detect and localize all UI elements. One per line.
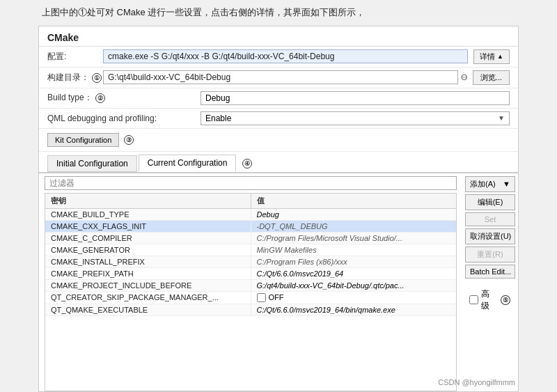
table-row[interactable]: CMAKE_PREFIX_PATH C:/Qt/6.6.0/msvc2019_6… bbox=[45, 268, 456, 280]
circle-5-icon: ⑤ bbox=[501, 295, 510, 305]
row-key-7: QT_CREATOR_SKIP_PACKAGE_MANAGER_... bbox=[45, 292, 251, 304]
edit-button[interactable]: 编辑(E) bbox=[465, 194, 515, 210]
filter-row bbox=[39, 173, 462, 193]
advanced-row: 高级 ⑤ bbox=[465, 285, 515, 315]
details-label: 详情 bbox=[480, 52, 495, 62]
advanced-label: 高级 bbox=[481, 288, 497, 312]
cmake-panel: CMake 配置: cmake.exe -S G:/qt4/xxx -B G:/… bbox=[38, 26, 519, 392]
reset-button[interactable]: 重置(R) bbox=[465, 246, 515, 262]
table-row[interactable]: CMAKE_CXX_FLAGS_INIT -DQT_QML_DEBUG bbox=[45, 221, 456, 233]
build-dir-input[interactable] bbox=[103, 70, 458, 84]
top-description: 上图中的①处可对 CMake 进行一些设置，点击右侧的详情，其界面如下图所示， bbox=[0, 0, 557, 26]
table-row[interactable]: CMAKE_INSTALL_PREFIX C:/Program Files (x… bbox=[45, 256, 456, 268]
row-val-0: Debug bbox=[251, 209, 457, 220]
row-val-8: C:/Qt/6.6.0/msvc2019_64/bin/qmake.exe bbox=[251, 304, 457, 315]
browse-button[interactable]: 浏览... bbox=[473, 70, 510, 85]
row-key-1: CMAKE_CXX_FLAGS_INIT bbox=[45, 221, 251, 232]
build-dir-row: 构建目录： ① Ꙫ 浏览... bbox=[39, 68, 518, 88]
row-key-6: CMAKE_PROJECT_INCLUDE_BEFORE bbox=[45, 280, 251, 291]
row-val-2: C:/Program Files/Microsoft Visual Studio… bbox=[251, 233, 457, 244]
panel-title: CMake bbox=[39, 26, 518, 47]
batch-edit-button[interactable]: Batch Edit... bbox=[465, 265, 515, 279]
unset-button[interactable]: 取消设置(U) bbox=[465, 228, 515, 244]
row-key-3: CMAKE_GENERATOR bbox=[45, 244, 251, 256]
table-area: 密钥 值 CMAKE_BUILD_TYPE Debug CMAKE_CXX_FL… bbox=[39, 173, 518, 391]
details-button[interactable]: 详情 ▲ bbox=[473, 49, 510, 64]
row-checkbox-7[interactable] bbox=[257, 293, 266, 302]
row-key-8: QT_QMAKE_EXECUTABLE bbox=[45, 304, 251, 315]
row-val-7: OFF bbox=[251, 292, 457, 304]
kit-config-button[interactable]: Kit Configuration bbox=[47, 133, 119, 147]
table-row[interactable]: CMAKE_C_COMPILER C:/Program Files/Micros… bbox=[45, 233, 456, 244]
row-key-0: CMAKE_BUILD_TYPE bbox=[45, 209, 251, 220]
row-val-6: G:/qt4/build-xxx-VC_64bit-Debug/.qtc/pac… bbox=[251, 280, 457, 291]
filter-input[interactable] bbox=[45, 176, 457, 190]
dropdown-arrow-icon: ▼ bbox=[498, 114, 505, 122]
tab-current-configuration[interactable]: Current Configuration bbox=[139, 155, 237, 172]
config-label: 配置: bbox=[47, 51, 103, 63]
row-key-2: CMAKE_C_COMPILER bbox=[45, 233, 251, 244]
config-value: cmake.exe -S G:/qt4/xxx -B G:/qt4/build-… bbox=[103, 49, 468, 63]
tab-initial-configuration[interactable]: Initial Configuration bbox=[47, 155, 137, 172]
page-container: 上图中的①处可对 CMake 进行一些设置，点击右侧的详情，其界面如下图所示， … bbox=[0, 0, 557, 392]
cmake-table: 密钥 值 CMAKE_BUILD_TYPE Debug CMAKE_CXX_FL… bbox=[45, 193, 457, 391]
qml-value: Enable bbox=[205, 113, 231, 123]
build-dir-label: 构建目录： ① bbox=[47, 72, 103, 84]
table-row[interactable]: QT_QMAKE_EXECUTABLE C:/Qt/6.6.0/msvc2019… bbox=[45, 304, 456, 316]
config-row: 配置: cmake.exe -S G:/qt4/xxx -B G:/qt4/bu… bbox=[39, 47, 518, 68]
circle-2-icon: ② bbox=[95, 93, 105, 103]
encoding-icon: Ꙫ bbox=[461, 73, 467, 82]
qml-select[interactable]: Enable ▼ bbox=[201, 111, 510, 125]
row-val-1: -DQT_QML_DEBUG bbox=[251, 221, 457, 232]
circle-1-icon: ① bbox=[92, 73, 102, 83]
qml-label: QML debugging and profiling: bbox=[47, 113, 201, 123]
row-val-3: MinGW Makefiles bbox=[251, 244, 457, 256]
header-key: 密钥 bbox=[45, 194, 251, 208]
row-val-4: C:/Program Files (x86)/xxx bbox=[251, 256, 457, 267]
circle-3-icon: ③ bbox=[124, 135, 134, 145]
table-row[interactable]: CMAKE_GENERATOR MinGW Makefiles bbox=[45, 244, 456, 256]
build-type-row: Build type： ② bbox=[39, 88, 518, 109]
advanced-checkbox[interactable] bbox=[469, 295, 478, 304]
row-key-5: CMAKE_PREFIX_PATH bbox=[45, 268, 251, 279]
set-button[interactable]: Set bbox=[465, 212, 515, 226]
qml-row: QML debugging and profiling: Enable ▼ bbox=[39, 109, 518, 129]
header-value: 值 bbox=[251, 194, 457, 208]
watermark: CSDN @hyongilfmmm bbox=[438, 378, 515, 386]
table-header: 密钥 值 bbox=[45, 194, 456, 209]
table-row[interactable]: QT_CREATOR_SKIP_PACKAGE_MANAGER_... OFF bbox=[45, 292, 456, 304]
build-type-label: Build type： ② bbox=[47, 92, 201, 104]
row-val-5: C:/Qt/6.6.0/msvc2019_64 bbox=[251, 268, 457, 279]
build-type-input[interactable] bbox=[201, 91, 510, 105]
add-button[interactable]: 添加(A) ▼ bbox=[465, 176, 515, 192]
add-dropdown-icon: ▼ bbox=[503, 180, 510, 188]
sidebar-buttons: 添加(A) ▼ 编辑(E) Set 取消设置(U) 重置(R) Batch Ed… bbox=[462, 173, 518, 391]
tab-row: Initial Configuration Current Configurat… bbox=[39, 152, 518, 173]
kit-row: Kit Configuration ③ bbox=[39, 129, 518, 152]
tab-icon-4: ④ bbox=[242, 158, 253, 168]
table-row[interactable]: CMAKE_PROJECT_INCLUDE_BEFORE G:/qt4/buil… bbox=[45, 280, 456, 292]
row-key-4: CMAKE_INSTALL_PREFIX bbox=[45, 256, 251, 267]
table-row[interactable]: CMAKE_BUILD_TYPE Debug bbox=[45, 209, 456, 221]
table-container: 密钥 值 CMAKE_BUILD_TYPE Debug CMAKE_CXX_FL… bbox=[39, 173, 462, 391]
arrow-up-icon: ▲ bbox=[497, 53, 503, 60]
